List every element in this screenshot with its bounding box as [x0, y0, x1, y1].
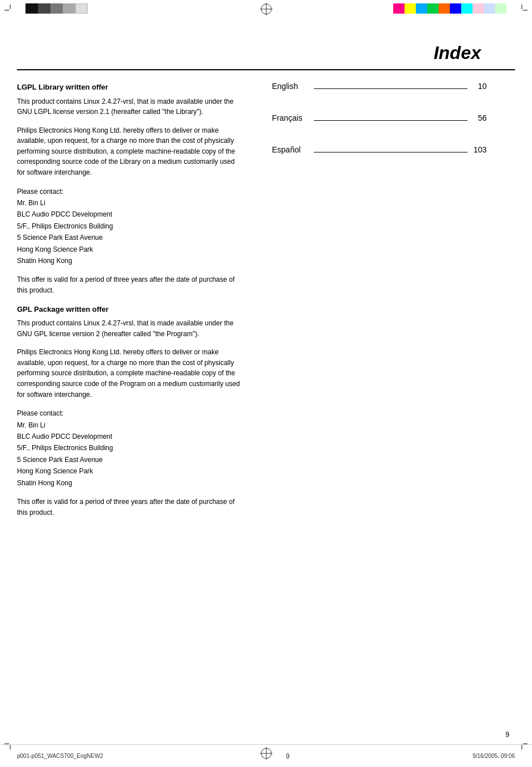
gpl-contact-line3: BLC Audio PDCC Development — [17, 431, 244, 442]
gpl-contact-line2: Mr. Bin Li — [17, 419, 244, 431]
index-language-francais: Français — [272, 113, 312, 122]
page-title: Index — [433, 43, 481, 63]
page-number-content: 9 — [505, 731, 509, 739]
color-blue — [450, 3, 461, 14]
bottom-page-num: 9 — [286, 752, 290, 760]
lgpl-contact: Please contact: Mr. Bin Li BLC Audio PDC… — [17, 186, 244, 267]
lgpl-section: LGPL Library written offer This product … — [17, 82, 244, 296]
color-black — [25, 3, 38, 14]
index-page-english: 10 — [470, 82, 487, 91]
color-dark-gray — [38, 3, 50, 14]
index-entry-francais: Français 56 — [272, 113, 487, 122]
color-strip-left — [25, 3, 88, 14]
lgpl-title: LGPL Library written offer — [17, 82, 244, 93]
left-column: LGPL Library written offer This product … — [17, 82, 261, 526]
index-entry-english: English 10 — [272, 82, 487, 91]
index-language-espanol: Español — [272, 145, 312, 154]
lgpl-contact-line1: Please contact: — [17, 186, 244, 197]
color-yellow — [405, 3, 416, 14]
lgpl-closing: This offer is valid for a period of thre… — [17, 274, 244, 295]
lgpl-contact-line4: 5/F., Philips Electronics Building — [17, 221, 244, 232]
lgpl-contact-line3: BLC Audio PDCC Development — [17, 209, 244, 220]
index-page-espanol: 103 — [470, 145, 487, 154]
bottom-filename: p001-p051_WACS700_EngNEW2 — [17, 753, 103, 759]
color-white — [75, 3, 88, 14]
color-cyan-light — [416, 3, 427, 14]
color-strip-right — [393, 3, 507, 14]
top-section — [0, 0, 532, 20]
page-title-area: Index — [17, 20, 515, 70]
color-green — [427, 3, 439, 14]
gpl-contact-line6: Hong Kong Science Park — [17, 465, 244, 477]
index-entry-espanol: Español 103 — [272, 145, 487, 154]
index-page-francais: 56 — [470, 113, 487, 122]
color-light-pink — [473, 3, 484, 14]
lgpl-contact-line7: Shatin Hong Kong — [17, 255, 244, 266]
gpl-contact-line1: Please contact: — [17, 408, 244, 419]
index-dots-espanol — [314, 152, 467, 152]
index-dots-francais — [314, 120, 467, 121]
gpl-closing: This offer is valid for a period of thre… — [17, 497, 244, 518]
gpl-contact: Please contact: Mr. Bin Li BLC Audio PDC… — [17, 408, 244, 489]
gpl-para1: This product contains Linux 2.4.27-vrsl,… — [17, 318, 244, 339]
color-orange — [439, 3, 450, 14]
right-column: English 10 Français 56 Español 103 — [261, 82, 515, 526]
page-container: Index LGPL Library written offer This pr… — [0, 0, 532, 767]
lgpl-contact-line5: 5 Science Park East Avenue — [17, 232, 244, 243]
color-light-gray — [63, 3, 75, 14]
content-area: LGPL Library written offer This product … — [0, 82, 532, 526]
index-entries: English 10 Français 56 Español 103 — [261, 82, 515, 154]
lgpl-contact-line2: Mr. Bin Li — [17, 197, 244, 209]
gpl-contact-line5: 5 Science Park East Avenue — [17, 454, 244, 465]
crop-mark-tr — [516, 5, 527, 18]
index-dots-english — [314, 88, 467, 89]
gpl-title: GPL Package written offer — [17, 304, 244, 315]
crosshair-top — [260, 3, 273, 18]
lgpl-para1: This product contains Linux 2.4.27-vrsl,… — [17, 96, 244, 117]
bottom-bar: p001-p051_WACS700_EngNEW2 9 9/16/2005, 0… — [0, 744, 532, 767]
index-language-english: English — [272, 82, 312, 91]
color-cyan — [461, 3, 473, 14]
color-light-blue — [484, 3, 495, 14]
gpl-para2: Philips Electronics Hong Kong Ltd. hereb… — [17, 347, 244, 400]
gpl-section: GPL Package written offer This product c… — [17, 304, 244, 518]
color-light-green — [495, 3, 507, 14]
bottom-timestamp: 9/16/2005, 09:06 — [473, 753, 515, 759]
color-mid-gray — [50, 3, 63, 14]
lgpl-contact-line6: Hong Kong Science Park — [17, 244, 244, 255]
gpl-contact-line4: 5/F., Philips Electronics Building — [17, 442, 244, 454]
crop-mark-tl — [5, 5, 16, 18]
gpl-contact-line7: Shatin Hong Kong — [17, 477, 244, 489]
lgpl-para2: Philips Electronics Hong Kong Ltd. hereb… — [17, 125, 244, 178]
color-magenta — [393, 3, 405, 14]
